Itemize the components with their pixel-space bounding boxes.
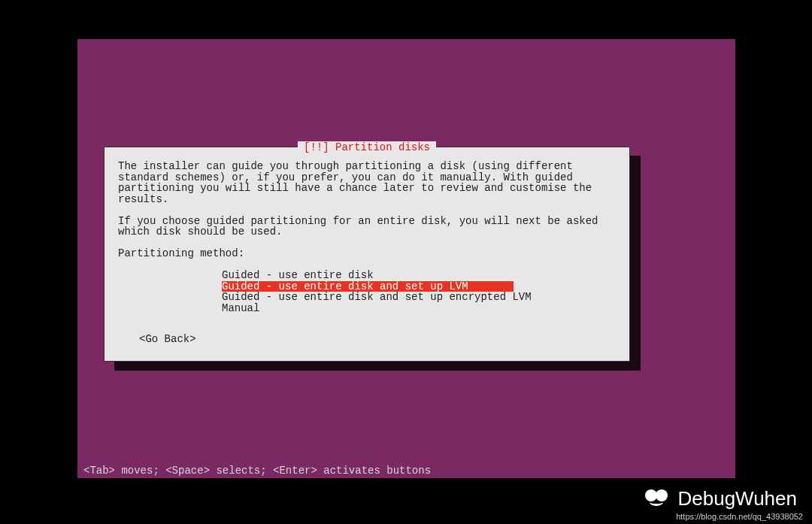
paragraph-2: If you choose guided partitioning for an… [118,216,616,238]
dialog-content: The installer can guide you through part… [105,147,629,344]
partition-dialog: [!!] Partition disks The installer can g… [104,147,630,362]
option-guided-entire-disk[interactable]: Guided - use entire disk [222,270,616,281]
help-bar: <Tab> moves; <Space> selects; <Enter> ac… [77,463,437,478]
title-text: [!!] Partition disks [304,141,430,153]
watermark-url: https://blog.csdn.net/qq_43938052 [676,512,803,521]
options-list: Guided - use entire disk Guided - use en… [222,270,616,314]
go-back-button[interactable]: <Go Back> [139,334,616,345]
option-guided-encrypted-lvm[interactable]: Guided - use entire disk and set up encr… [222,292,616,303]
option-manual[interactable]: Manual [222,303,616,314]
option-guided-lvm[interactable]: Guided - use entire disk and set up LVM [222,281,514,292]
watermark-text: DebugWuhen [677,487,797,510]
watermark: DebugWuhen [641,487,797,510]
dialog-title: [!!] Partition disks [298,141,436,153]
wechat-icon [641,488,671,510]
paragraph-1: The installer can guide you through part… [118,161,616,205]
partitioning-method-label: Partitioning method: [118,248,616,259]
